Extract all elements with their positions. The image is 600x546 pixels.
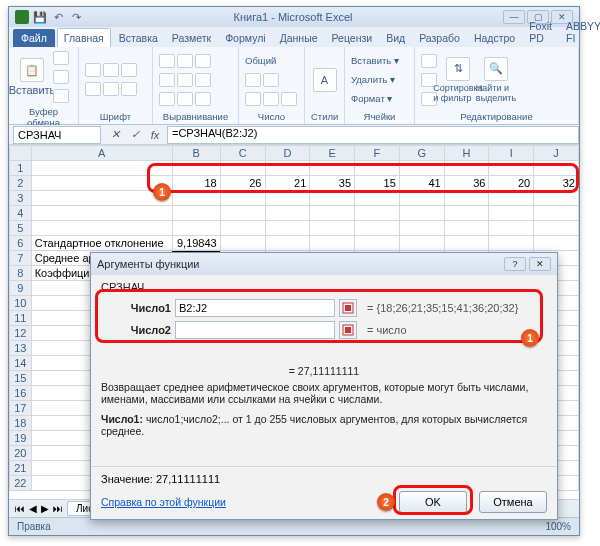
sheet-nav-last-icon[interactable]: ⏭ (53, 503, 63, 514)
row-header[interactable]: 3 (10, 191, 32, 206)
cell[interactable]: 36 (444, 176, 489, 191)
row-header[interactable]: 4 (10, 206, 32, 221)
sheet-nav-next-icon[interactable]: ▶ (41, 503, 49, 514)
format-cells-button[interactable]: Формат ▾ (351, 90, 399, 108)
col-header[interactable]: E (310, 146, 355, 161)
cell[interactable]: 35 (310, 176, 355, 191)
row-header[interactable]: 19 (10, 431, 32, 446)
decimal-dec-icon[interactable] (281, 92, 297, 106)
row-header[interactable]: 10 (10, 296, 32, 311)
indent-decrease-icon[interactable] (159, 92, 175, 106)
col-header[interactable]: A (31, 146, 172, 161)
format-painter-icon[interactable] (53, 89, 69, 103)
minimize-button[interactable]: — (503, 10, 525, 24)
row-header[interactable]: 5 (10, 221, 32, 236)
cut-icon[interactable] (53, 51, 69, 65)
row-header[interactable]: 14 (10, 356, 32, 371)
row-header[interactable]: 15 (10, 371, 32, 386)
row-header[interactable]: 9 (10, 281, 32, 296)
wrap-text-icon[interactable] (195, 92, 211, 106)
col-header[interactable]: C (220, 146, 265, 161)
insert-cells-button[interactable]: Вставить ▾ (351, 52, 399, 70)
col-header[interactable]: I (489, 146, 534, 161)
col-header[interactable]: H (444, 146, 489, 161)
percent-icon[interactable] (263, 73, 279, 87)
row-header[interactable]: 16 (10, 386, 32, 401)
autosum-icon[interactable] (421, 54, 437, 68)
cell[interactable]: 20 (489, 176, 534, 191)
redo-icon[interactable]: ↷ (69, 10, 83, 24)
decimal-inc-icon[interactable] (263, 92, 279, 106)
dialog-help-icon[interactable]: ? (504, 257, 526, 271)
save-icon[interactable]: 💾 (33, 10, 47, 24)
cell[interactable]: 32 (534, 176, 579, 191)
row-header[interactable]: 21 (10, 461, 32, 476)
fx-icon[interactable]: fx (147, 127, 163, 143)
sheet-nav-first-icon[interactable]: ⏮ (15, 503, 25, 514)
tab-insert[interactable]: Вставка (113, 29, 164, 47)
align-center-icon[interactable] (177, 73, 193, 87)
align-top-icon[interactable] (159, 54, 175, 68)
tab-data[interactable]: Данные (274, 29, 324, 47)
tab-file[interactable]: Файл (13, 29, 55, 47)
copy-icon[interactable] (53, 70, 69, 84)
currency-icon[interactable] (245, 73, 261, 87)
row-header[interactable]: 12 (10, 326, 32, 341)
cancel-formula-icon[interactable]: ✕ (107, 127, 123, 143)
align-bottom-icon[interactable] (195, 54, 211, 68)
border-icon[interactable] (85, 82, 101, 96)
cell[interactable]: 15 (355, 176, 400, 191)
dialog-close-icon[interactable]: ✕ (529, 257, 551, 271)
row-header[interactable]: 8 (10, 266, 32, 281)
cell[interactable]: 41 (399, 176, 444, 191)
name-box[interactable]: СРЗНАЧ (13, 126, 101, 144)
row-header[interactable]: 7 (10, 251, 32, 266)
col-header[interactable]: B (172, 146, 220, 161)
row-header[interactable]: 13 (10, 341, 32, 356)
italic-icon[interactable] (103, 63, 119, 77)
delete-cells-button[interactable]: Удалить ▾ (351, 71, 399, 89)
tab-view[interactable]: Вид (380, 29, 411, 47)
row-header[interactable]: 6 (10, 236, 32, 251)
arg1-range-picker-icon[interactable] (339, 299, 357, 317)
tab-abbyy[interactable]: ABBYY FI (560, 17, 600, 47)
col-header[interactable]: F (355, 146, 400, 161)
align-right-icon[interactable] (195, 73, 211, 87)
cell[interactable]: 21 (265, 176, 310, 191)
find-select-button[interactable]: 🔍Найти и выделить (479, 57, 513, 103)
sheet-nav-prev-icon[interactable]: ◀ (29, 503, 37, 514)
undo-icon[interactable]: ↶ (51, 10, 65, 24)
tab-review[interactable]: Рецензи (326, 29, 379, 47)
ok-button[interactable]: OK (399, 491, 467, 513)
tab-home[interactable]: Главная (57, 28, 111, 47)
row-header[interactable]: 17 (10, 401, 32, 416)
row-header[interactable]: 11 (10, 311, 32, 326)
arg2-input[interactable] (175, 321, 335, 339)
sort-filter-button[interactable]: ⇅Сортировка и фильтр (441, 57, 475, 103)
tab-formulas[interactable]: Формулі (219, 29, 271, 47)
cell[interactable]: Стандартное отклонение (31, 236, 172, 251)
row-header[interactable]: 1 (10, 161, 32, 176)
cell[interactable]: 9,19843 (172, 236, 220, 251)
help-link[interactable]: Справка по этой функции (101, 496, 226, 508)
comma-icon[interactable] (245, 92, 261, 106)
fill-color-icon[interactable] (103, 82, 119, 96)
indent-increase-icon[interactable] (177, 92, 193, 106)
row-header[interactable]: 18 (10, 416, 32, 431)
tab-foxit[interactable]: Foxit PD (523, 17, 558, 47)
col-header[interactable]: G (399, 146, 444, 161)
row-header[interactable]: 20 (10, 446, 32, 461)
align-left-icon[interactable] (159, 73, 175, 87)
bold-icon[interactable] (85, 63, 101, 77)
paste-button[interactable]: 📋Вставить (15, 58, 49, 96)
dialog-titlebar[interactable]: Аргументы функции ? ✕ (91, 253, 557, 275)
align-middle-icon[interactable] (177, 54, 193, 68)
styles-button[interactable]: A (311, 68, 338, 92)
row-header[interactable]: 2 (10, 176, 32, 191)
tab-developer[interactable]: Разрабо (413, 29, 466, 47)
cell[interactable]: 18 (172, 176, 220, 191)
underline-icon[interactable] (121, 63, 137, 77)
zoom-level[interactable]: 100% (545, 521, 571, 532)
col-header[interactable]: J (534, 146, 579, 161)
row-header[interactable]: 22 (10, 476, 32, 491)
